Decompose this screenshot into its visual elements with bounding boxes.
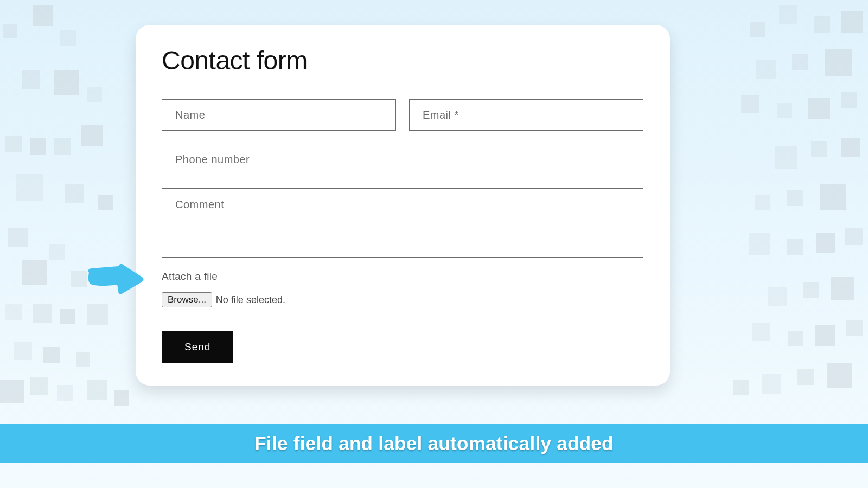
name-field[interactable] [162,99,396,131]
send-button[interactable]: Send [162,331,233,363]
phone-field[interactable] [162,144,643,175]
file-input-row: Browse... No file selected. [162,292,644,307]
email-field[interactable] [409,99,643,131]
browse-button[interactable]: Browse... [162,292,212,307]
name-email-row [162,99,644,131]
comment-row [162,188,644,258]
attach-file-section: Attach a file Browse... No file selected… [162,271,644,307]
file-selected-status: No file selected. [216,294,285,306]
contact-form-card: Contact form Attach a file Browse... No … [136,25,670,386]
attach-file-label: Attach a file [162,271,644,282]
phone-row [162,144,644,175]
callout-arrow-icon [85,258,144,297]
info-banner: File field and label automatically added [0,424,868,463]
form-title: Contact form [162,46,644,75]
comment-field[interactable] [162,188,643,258]
banner-text: File field and label automatically added [254,433,614,454]
